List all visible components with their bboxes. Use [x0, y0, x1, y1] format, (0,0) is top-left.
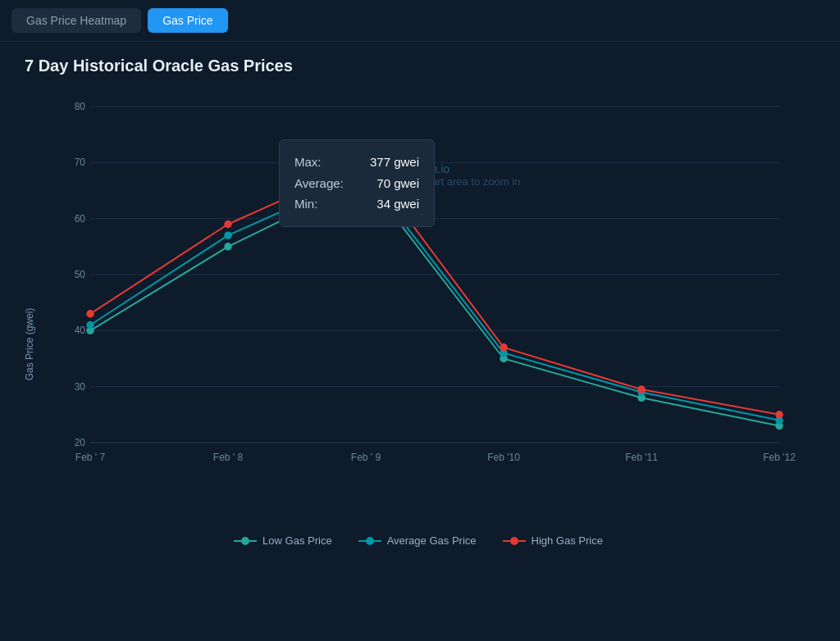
legend: Low Gas Price Average Gas Price High Gas…: [25, 531, 812, 547]
legend-low: Low Gas Price: [234, 534, 332, 547]
svg-text:Feb ' 8: Feb ' 8: [213, 452, 244, 463]
svg-text:20: 20: [75, 437, 86, 448]
tab-gasprice[interactable]: Gas Price: [148, 8, 227, 33]
svg-text:60: 60: [75, 213, 86, 225]
svg-point-30: [500, 344, 507, 351]
page-title: 7 Day Historical Oracle Gas Prices: [25, 57, 815, 75]
tooltip-avg-value: 70 gwei: [377, 173, 419, 194]
svg-text:80: 80: [75, 101, 86, 112]
svg-text:Feb '12: Feb '12: [763, 452, 796, 463]
chart-area[interactable]: Gas Price (gwei) Max: 377 gwei Average: …: [25, 90, 812, 598]
svg-text:Feb ' 9: Feb ' 9: [351, 452, 381, 463]
tooltip-min-label: Min:: [294, 193, 317, 215]
svg-point-28: [225, 221, 231, 228]
svg-point-21: [87, 322, 94, 329]
svg-text:30: 30: [75, 381, 86, 393]
svg-point-32: [776, 411, 783, 418]
svg-text:50: 50: [75, 269, 86, 280]
tooltip: Max: 377 gwei Average: 70 gwei Min: 34 g…: [279, 139, 435, 227]
tooltip-max-label: Max:: [294, 152, 322, 173]
legend-low-label: Low Gas Price: [262, 534, 332, 547]
tooltip-min-value: 34 gwei: [377, 193, 419, 215]
tab-bar: Gas Price Heatmap Gas Price: [0, 0, 840, 42]
tab-heatmap[interactable]: Gas Price Heatmap: [11, 8, 141, 33]
y-axis-label: Gas Price (gwei): [24, 308, 35, 381]
svg-text:70: 70: [75, 157, 86, 168]
chart-svg[interactable]: 20304050607080 Feb ' 7Feb ' 8Feb ' 9Feb …: [57, 90, 840, 525]
svg-text:Feb '10: Feb '10: [487, 452, 520, 463]
legend-avg-label: Average Gas Price: [387, 534, 477, 547]
svg-text:Feb '11: Feb '11: [625, 452, 658, 463]
main-content: 7 Day Historical Oracle Gas Prices Gas P…: [0, 42, 840, 607]
tooltip-max-value: 377 gwei: [370, 152, 419, 173]
svg-point-22: [225, 232, 231, 239]
svg-text:Feb ' 7: Feb ' 7: [75, 452, 106, 463]
svg-text:40: 40: [75, 325, 86, 336]
svg-point-31: [638, 386, 645, 393]
svg-point-16: [225, 243, 231, 250]
legend-high-label: High Gas Price: [532, 534, 603, 547]
svg-point-27: [87, 311, 94, 317]
tooltip-avg-label: Average:: [294, 173, 344, 194]
legend-high: High Gas Price: [503, 534, 603, 547]
legend-average: Average Gas Price: [358, 534, 477, 547]
